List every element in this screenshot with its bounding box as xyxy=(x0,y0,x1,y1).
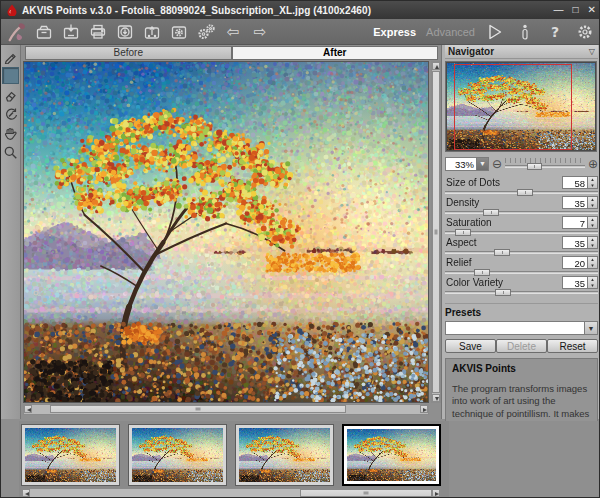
zoom-tool-icon[interactable] xyxy=(2,144,19,160)
slider-thumb[interactable] xyxy=(474,269,490,276)
run-icon[interactable] xyxy=(485,22,505,42)
redo-icon[interactable]: ⇨ xyxy=(250,22,270,42)
import-preset-button[interactable] xyxy=(115,22,135,42)
slider-value-box[interactable]: 35▲▼ xyxy=(562,196,598,209)
zoom-slider-track[interactable] xyxy=(505,165,585,168)
slider-value-box[interactable]: 35▲▼ xyxy=(562,276,598,289)
variant-thumbnail[interactable] xyxy=(128,424,227,486)
scroll-right-icon[interactable] xyxy=(432,489,440,497)
presets-dropdown[interactable]: ▼ xyxy=(445,321,598,335)
slider-thumb[interactable] xyxy=(517,189,533,196)
app-window: AKVIS Points v.3.0 - Fotolia_88099024_Su… xyxy=(0,0,600,498)
spinner[interactable]: ▲▼ xyxy=(587,177,597,188)
about-title: AKVIS Points xyxy=(452,363,591,374)
help-icon[interactable]: ? xyxy=(545,22,565,42)
slider-thumb[interactable] xyxy=(494,249,510,256)
hand-tool-icon[interactable] xyxy=(2,125,19,141)
zoom-value-box[interactable]: 33% ▼ xyxy=(445,157,489,171)
image-viewport xyxy=(21,60,441,419)
share-button[interactable] xyxy=(142,22,162,42)
slider-thumb[interactable] xyxy=(495,289,511,296)
spinner[interactable]: ▲▼ xyxy=(587,217,597,228)
scroll-up-icon[interactable] xyxy=(432,62,440,70)
preferences-gear-icon[interactable] xyxy=(575,22,595,42)
spinner[interactable]: ▲▼ xyxy=(587,257,597,268)
presets-dropdown-icon[interactable]: ▼ xyxy=(584,322,597,334)
slider-value-box[interactable]: 20▲▼ xyxy=(562,256,598,269)
zoom-value[interactable]: 33% xyxy=(446,158,476,170)
slider-value[interactable]: 58 xyxy=(563,177,587,188)
collapse-panel-icon[interactable]: ▽ xyxy=(589,47,595,56)
close-button[interactable]: ✕ xyxy=(588,3,596,17)
slider-value[interactable]: 7 xyxy=(563,217,587,228)
mode-express[interactable]: Express xyxy=(373,26,416,38)
zoom-dropdown-icon[interactable]: ▼ xyxy=(476,158,488,170)
tab-after[interactable]: After xyxy=(232,46,439,60)
slider-track[interactable] xyxy=(445,211,598,214)
slider-thumb[interactable] xyxy=(483,209,499,216)
vertical-scrollbar[interactable] xyxy=(431,61,441,403)
minimize-button[interactable]: — xyxy=(554,3,564,17)
slider-track[interactable] xyxy=(445,291,598,294)
slider-value-box[interactable]: 7▲▼ xyxy=(562,216,598,229)
variant-thumbnail[interactable] xyxy=(21,424,120,486)
scroll-left-icon[interactable] xyxy=(24,405,32,413)
spin-down-icon[interactable]: ▼ xyxy=(588,243,597,249)
spin-down-icon[interactable]: ▼ xyxy=(588,283,597,289)
preview-brush-tool-icon[interactable] xyxy=(2,48,19,64)
slider-track[interactable] xyxy=(445,231,598,234)
presets-dropdown-value[interactable] xyxy=(446,322,584,334)
preview-square-tool[interactable] xyxy=(2,67,19,84)
slider-track[interactable] xyxy=(445,271,598,274)
variant-thumbnail[interactable] xyxy=(235,424,334,486)
maximize-button[interactable]: □ xyxy=(573,3,579,17)
horizontal-scrollbar[interactable] xyxy=(23,404,429,415)
navigator-thumbnail[interactable] xyxy=(445,61,597,152)
spin-down-icon[interactable]: ▼ xyxy=(588,223,597,229)
slider-value[interactable]: 20 xyxy=(563,257,587,268)
print-button[interactable] xyxy=(88,22,108,42)
history-brush-tool-icon[interactable] xyxy=(2,106,19,122)
zoom-slider[interactable] xyxy=(505,158,585,170)
reset-button[interactable]: Reset xyxy=(547,339,598,353)
slider-track[interactable] xyxy=(445,191,598,194)
horizontal-scroll-thumb[interactable] xyxy=(50,405,346,413)
info-icon[interactable] xyxy=(515,22,535,42)
slider-value[interactable]: 35 xyxy=(563,197,587,208)
tab-before[interactable]: Before xyxy=(25,46,232,60)
slider-value-box[interactable]: 35▲▼ xyxy=(562,236,598,249)
tools-sidebar xyxy=(1,45,21,419)
batch-processing-button[interactable] xyxy=(169,22,189,42)
open-button[interactable] xyxy=(34,22,54,42)
slider-track[interactable] xyxy=(445,251,598,254)
slider-value[interactable]: 35 xyxy=(563,277,587,288)
mode-advanced[interactable]: Advanced xyxy=(426,26,475,38)
scroll-right-icon[interactable] xyxy=(420,405,428,413)
save-preset-button[interactable]: Save xyxy=(445,339,496,353)
spin-down-icon[interactable]: ▼ xyxy=(588,183,597,189)
result-image[interactable] xyxy=(23,61,429,403)
spin-down-icon[interactable]: ▼ xyxy=(588,263,597,269)
slider-value-box[interactable]: 58▲▼ xyxy=(562,176,598,189)
zoom-controls: 33% ▼ ⊖ ⊕ xyxy=(445,156,598,171)
spinner[interactable]: ▲▼ xyxy=(587,197,597,208)
filmstrip-scroll-thumb[interactable] xyxy=(300,489,432,497)
slider-thumb[interactable] xyxy=(455,229,471,236)
slider-label: Relief xyxy=(446,257,472,268)
filmstrip-scrollbar[interactable] xyxy=(21,488,441,498)
slider-value[interactable]: 35 xyxy=(563,237,587,248)
spinner[interactable]: ▲▼ xyxy=(587,237,597,248)
eraser-tool-icon[interactable] xyxy=(2,87,19,103)
scroll-down-icon[interactable] xyxy=(432,394,440,402)
spin-down-icon[interactable]: ▼ xyxy=(588,203,597,209)
save-button[interactable] xyxy=(61,22,81,42)
zoom-slider-thumb[interactable] xyxy=(527,163,542,170)
spinner[interactable]: ▲▼ xyxy=(587,277,597,288)
scroll-left-icon[interactable] xyxy=(22,489,30,497)
vertical-scroll-thumb[interactable] xyxy=(432,71,440,393)
actions-gears-icon[interactable] xyxy=(196,22,216,42)
undo-icon[interactable]: ⇦ xyxy=(223,22,243,42)
zoom-in-icon[interactable]: ⊕ xyxy=(588,158,598,170)
zoom-out-icon[interactable]: ⊖ xyxy=(492,158,502,170)
variant-thumbnail-selected[interactable] xyxy=(342,424,441,486)
